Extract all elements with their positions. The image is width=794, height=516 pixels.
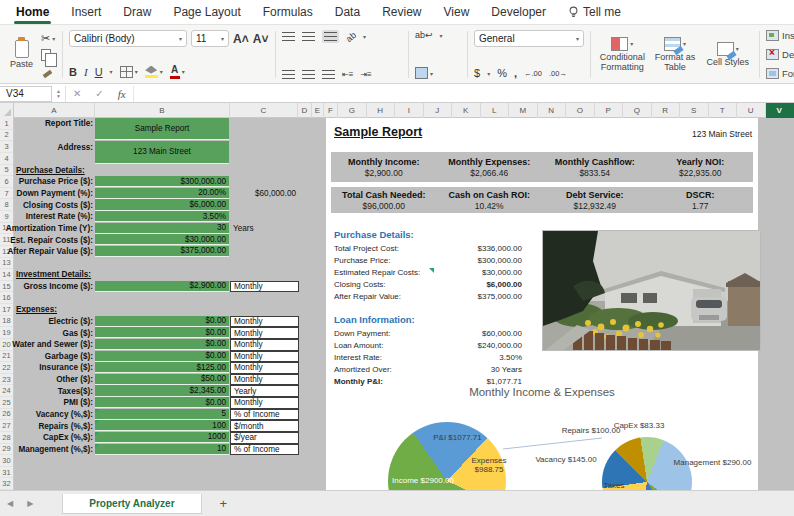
decrease-font-button[interactable]: A˅ bbox=[253, 32, 269, 46]
column-header-e[interactable]: E bbox=[312, 103, 324, 118]
name-box-spinner[interactable]: ▲▼ bbox=[52, 86, 66, 102]
font-size-select[interactable]: 11▾ bbox=[191, 30, 229, 47]
column-header-d[interactable]: D bbox=[298, 103, 312, 118]
format-as-table-button[interactable]: ▾ Format as Table bbox=[650, 37, 701, 72]
menu-tab-review[interactable]: Review bbox=[382, 5, 421, 19]
percent-button[interactable]: % bbox=[497, 67, 507, 79]
borders-button[interactable]: ▾ bbox=[120, 66, 138, 78]
cell-input-pmi-[interactable]: $0.00 bbox=[95, 397, 229, 408]
font-name-select[interactable]: Calibri (Body)▾ bbox=[69, 30, 187, 47]
column-header-m[interactable]: M bbox=[509, 103, 538, 118]
cell-input-address-[interactable]: 123 Main Street bbox=[95, 141, 229, 163]
column-header-t[interactable]: T bbox=[709, 103, 738, 118]
column-header-s[interactable]: S bbox=[680, 103, 709, 118]
comma-button[interactable]: , bbox=[514, 67, 517, 79]
add-sheet-button[interactable]: + bbox=[220, 496, 228, 511]
formula-input[interactable] bbox=[133, 86, 794, 102]
align-right-button[interactable] bbox=[322, 70, 335, 79]
align-center-button[interactable] bbox=[302, 70, 315, 79]
menu-tab-home[interactable]: Home bbox=[16, 5, 49, 19]
cell-input-gas-[interactable]: $0.00 bbox=[95, 327, 229, 338]
column-header-o[interactable]: O bbox=[566, 103, 595, 118]
number-format-select[interactable]: General▾ bbox=[474, 30, 584, 47]
row-header-24[interactable]: 24 bbox=[0, 385, 13, 397]
menu-tab-draw[interactable]: Draw bbox=[123, 5, 151, 19]
cell-unit-management-[interactable]: % of Income bbox=[230, 444, 299, 456]
increase-decimal-button[interactable]: ←.00 bbox=[524, 69, 542, 78]
cell-input-taxes-[interactable]: $2,345.00 bbox=[95, 385, 229, 396]
cell-input-other-[interactable]: $50.00 bbox=[95, 374, 229, 385]
insert-cells-button[interactable]: Insert▾ bbox=[766, 30, 794, 41]
paste-button[interactable]: Paste bbox=[10, 40, 33, 70]
column-header-i[interactable]: I bbox=[395, 103, 424, 118]
format-cells-button[interactable]: Format bbox=[766, 68, 794, 79]
cell-input-closing-costs-[interactable]: $6,000.00 bbox=[95, 199, 229, 210]
row-header-30[interactable]: 30 bbox=[0, 455, 13, 467]
row-header-32[interactable]: 32 bbox=[0, 478, 13, 490]
font-color-button[interactable]: A▾ bbox=[170, 64, 185, 79]
cell-unit-insurance-[interactable]: Monthly bbox=[230, 362, 299, 374]
column-header-j[interactable]: J bbox=[424, 103, 453, 118]
row-header-4[interactable]: 4 bbox=[0, 153, 13, 165]
cell-unit-other-[interactable]: Monthly bbox=[230, 374, 299, 386]
merge-center-button[interactable]: ▾ bbox=[415, 67, 433, 79]
cell-unit-vacancy-[interactable]: % of Income bbox=[230, 409, 299, 421]
cell-input-repairs-[interactable]: 100 bbox=[95, 420, 229, 431]
italic-button[interactable]: I bbox=[84, 66, 88, 78]
cut-button[interactable]: ✂ ▾ bbox=[41, 32, 56, 45]
row-header-15[interactable]: 15 bbox=[0, 281, 13, 293]
decrease-decimal-button[interactable]: .00→ bbox=[549, 69, 567, 78]
menu-tab-tell-me[interactable]: Tell me bbox=[568, 5, 621, 19]
cell-input-down-payment-[interactable]: 20.00% bbox=[95, 188, 229, 199]
row-header-20[interactable]: 20 bbox=[0, 339, 13, 351]
next-sheet-arrow[interactable]: ▶ bbox=[20, 499, 40, 508]
cell-input-est-repair-costs-[interactable]: $30,000.00 bbox=[95, 234, 229, 245]
column-header-p[interactable]: P bbox=[595, 103, 624, 118]
copy-button[interactable]: ▾ bbox=[41, 49, 56, 61]
column-header-r[interactable]: R bbox=[652, 103, 681, 118]
cell-input-vacancy-[interactable]: 5 bbox=[95, 409, 229, 420]
menu-tab-formulas[interactable]: Formulas bbox=[263, 5, 313, 19]
row-header-17[interactable]: 17 bbox=[0, 304, 13, 316]
cell-input-insurance-[interactable]: $125.00 bbox=[95, 362, 229, 373]
conditional-formatting-button[interactable]: ▾ Conditional Formatting bbox=[597, 37, 648, 72]
cell-styles-button[interactable]: ▾ Cell Styles bbox=[702, 42, 753, 67]
row-header-23[interactable]: 23 bbox=[0, 374, 13, 386]
cell-input-capex-[interactable]: 1000 bbox=[95, 432, 229, 443]
align-bottom-button[interactable] bbox=[322, 30, 339, 43]
underline-dropdown[interactable]: ▾ bbox=[110, 68, 113, 75]
column-header-u[interactable]: U bbox=[737, 103, 766, 118]
row-header-6[interactable]: 6 bbox=[0, 176, 13, 188]
increase-indent-button[interactable]: ⇥≡ bbox=[360, 70, 371, 79]
row-header-21[interactable]: 21 bbox=[0, 351, 13, 363]
row-header-19[interactable]: 19 bbox=[0, 327, 13, 339]
row-header-22[interactable]: 22 bbox=[0, 362, 13, 374]
cell-unit-gas-[interactable]: Monthly bbox=[230, 327, 299, 339]
column-header-b[interactable]: B bbox=[95, 103, 230, 118]
column-header-v[interactable]: V bbox=[766, 103, 794, 118]
select-all-corner[interactable] bbox=[0, 103, 14, 118]
row-header-8[interactable]: 8 bbox=[0, 199, 13, 211]
row-header-25[interactable]: 25 bbox=[0, 397, 13, 409]
row-header-9[interactable]: 9 bbox=[0, 211, 13, 223]
row-header-26[interactable]: 26 bbox=[0, 409, 13, 421]
align-middle-button[interactable] bbox=[302, 32, 315, 41]
row-header-2[interactable]: 2 bbox=[0, 130, 13, 142]
prev-sheet-arrow[interactable]: ◀ bbox=[0, 499, 20, 508]
orientation-button[interactable]: ab bbox=[344, 29, 358, 43]
format-painter-button[interactable] bbox=[41, 66, 56, 78]
row-header-31[interactable]: 31 bbox=[0, 467, 13, 479]
align-left-button[interactable] bbox=[282, 70, 295, 79]
align-top-button[interactable] bbox=[282, 32, 295, 41]
cell-input-electric-[interactable]: $0.00 bbox=[95, 316, 229, 327]
cell-unit-capex-[interactable]: $/year bbox=[230, 432, 299, 444]
cell-unit-pmi-[interactable]: Monthly bbox=[230, 397, 299, 409]
row-header-1[interactable]: 1 bbox=[0, 118, 13, 130]
column-header-k[interactable]: K bbox=[452, 103, 481, 118]
column-header-n[interactable]: N bbox=[538, 103, 567, 118]
cell-unit-repairs-[interactable]: $/month bbox=[230, 420, 299, 432]
cell-unit-water-and-sewer-[interactable]: Monthly bbox=[230, 339, 299, 351]
row-header-5[interactable]: 5 bbox=[0, 165, 13, 177]
fill-color-button[interactable]: ▾ bbox=[145, 66, 163, 78]
sheet-tab-property-analyzer[interactable]: Property Analyzer bbox=[62, 494, 201, 514]
